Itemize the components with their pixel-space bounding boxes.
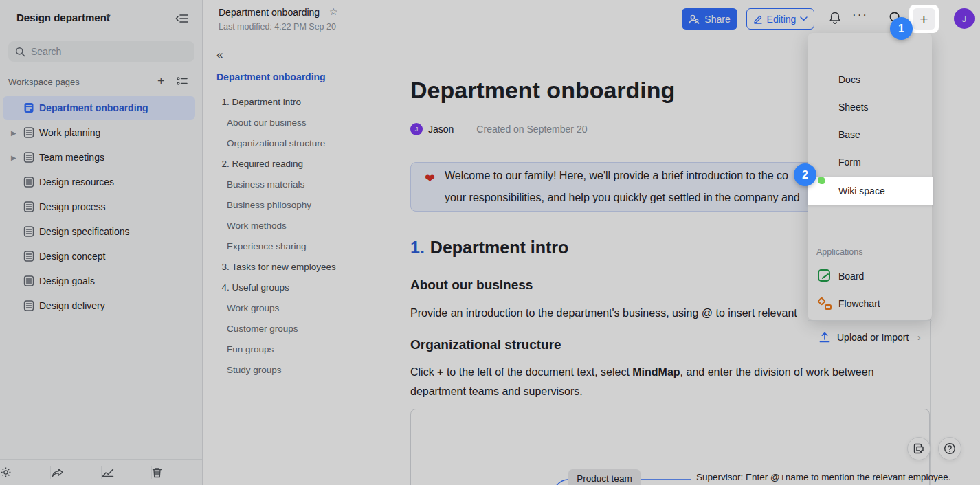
step-badge-1: 1 [890, 17, 913, 40]
tutorial-dim-overlay [0, 0, 980, 485]
plus-button-spotlight: + [909, 5, 939, 33]
step-badge-2: 2 [794, 163, 816, 186]
menu-item-wiki-space[interactable]: Wiki space [808, 177, 933, 205]
app-window: Design department ▼ Search Workspace pag… [0, 0, 980, 485]
create-new-plus-button[interactable]: + [913, 8, 935, 30]
wiki-space-icon [818, 184, 832, 198]
